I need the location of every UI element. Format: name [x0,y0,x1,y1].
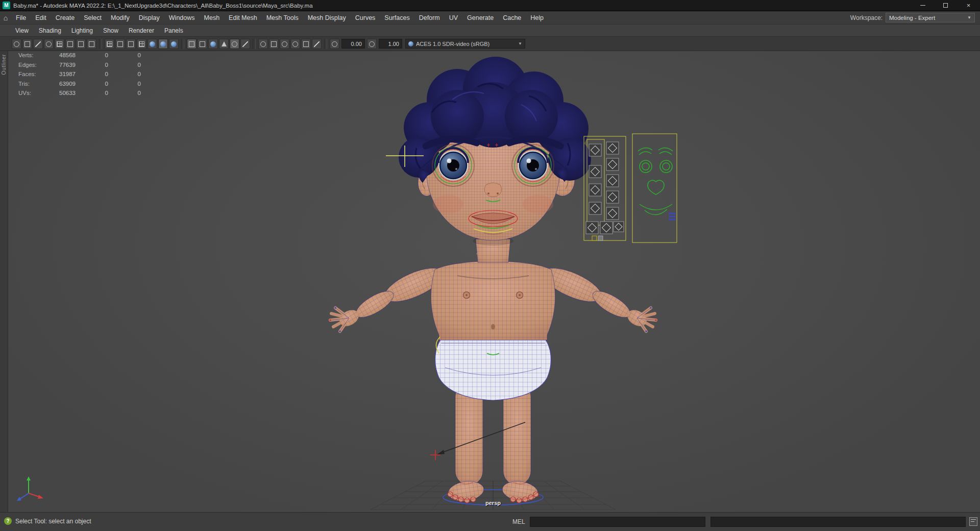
menu-modify[interactable]: Modify [106,11,134,25]
menu-create[interactable]: Create [51,11,80,25]
menu-file[interactable]: File [11,11,31,25]
title-bar: M Baby.ma* - Autodesk MAYA 2022.2: E:\_1… [0,0,980,11]
panel-menu-bar: View Shading Lighting Show Renderer Pane… [0,25,980,37]
axis-gizmo [17,476,43,501]
depth-of-field-icon[interactable] [280,39,289,49]
menu-mesh-display[interactable]: Mesh Display [303,11,351,25]
menu-uv[interactable]: UV [445,11,462,25]
2d-pan-zoom-icon[interactable] [44,39,54,49]
wireframe-icon[interactable] [137,39,146,49]
xray-icon[interactable] [198,39,207,49]
menu-cache[interactable]: Cache [498,11,526,25]
workspace-label: Workspace: [850,14,883,21]
debug-shading-icon[interactable] [312,39,322,49]
menu-mesh[interactable]: Mesh [200,11,225,25]
workspace-dropdown[interactable]: Modeling - Expert ▼ [886,13,975,22]
hud-label: Tris: [18,81,51,87]
outliner-tab[interactable]: Outliner [1,54,8,75]
toolbar-separator [181,39,184,49]
gamma-field[interactable] [379,39,402,49]
smooth-shade-icon[interactable] [148,39,157,49]
viewport-canvas[interactable]: .skin{fill:url(#skinG);} .mesh{fill:url(… [8,51,980,512]
color-management-icon [408,41,413,46]
menu-mesh-tools[interactable]: Mesh Tools [262,11,303,25]
lighting-icon[interactable] [208,39,218,49]
fog-icon[interactable] [269,39,279,49]
help-icon: ? [4,517,12,525]
toolbar-separator [253,39,256,49]
face-control-panel-shapes[interactable] [632,134,677,243]
maximize-button[interactable] [934,0,957,11]
panel-menu-renderer[interactable]: Renderer [124,25,159,37]
exposure-field[interactable] [341,39,365,49]
grid-icon[interactable] [55,39,64,49]
film-gate-icon[interactable] [65,39,75,49]
image-plane-icon[interactable] [33,39,43,49]
toolbar-separator [324,39,327,49]
panel-menu-lighting[interactable]: Lighting [66,25,98,37]
menu-edit-mesh[interactable]: Edit Mesh [224,11,262,25]
belly-button [491,324,495,330]
chevron-down-icon: ▼ [518,41,522,46]
motion-blur-icon[interactable] [240,39,250,49]
wireframe-on-shaded-icon[interactable] [187,39,197,49]
baby-model[interactable] [329,57,657,505]
workspace-value: Modeling - Expert [889,15,967,21]
window-title: Baby.ma* - Autodesk MAYA 2022.2: E:\_1_N… [13,3,911,9]
hud-label: Edges: [18,62,51,68]
camera-attributes-icon[interactable] [12,39,21,49]
safe-action-icon[interactable] [115,39,125,49]
resolution-gate-icon[interactable] [76,39,86,49]
colorspace-value: ACES 1.0 SDR-video (sRGB) [416,41,518,47]
occlusion-icon[interactable] [230,39,239,49]
menu-curves[interactable]: Curves [351,11,380,25]
hud-label: UVs: [18,90,51,96]
menu-deform[interactable]: Deform [414,11,445,25]
chevron-down-icon: ▼ [967,15,971,20]
panel-menu-shading[interactable]: Shading [34,25,66,37]
menu-surfaces[interactable]: Surfaces [380,11,414,25]
script-editor-icon[interactable] [969,517,977,526]
safe-title-icon[interactable] [126,39,136,49]
command-output-field[interactable] [710,517,966,527]
face-control-panel-switches[interactable] [584,136,626,240]
close-button[interactable]: × [957,0,980,11]
menu-generate[interactable]: Generate [462,11,498,25]
main-menu-bar: ⌂ File Edit Create Select Modify Display… [0,11,980,25]
panel-menu-panels[interactable]: Panels [159,25,188,37]
menu-select[interactable]: Select [79,11,106,25]
panel-toolbar: ACES 1.0 SDR-video (sRGB) ▼ [0,37,980,51]
minimize-button[interactable] [911,0,934,11]
exposure-toggle-icon[interactable] [330,39,339,49]
maya-app-icon: M [3,2,10,9]
gate-mask-icon[interactable] [87,39,96,49]
panel-menu-view[interactable]: View [10,25,34,37]
menu-edit[interactable]: Edit [31,11,51,25]
hud-label: Faces: [18,71,51,77]
use-default-material-icon[interactable] [169,39,179,49]
anti-alias-icon[interactable] [290,39,300,49]
colorspace-dropdown[interactable]: ACES 1.0 SDR-video (sRGB) ▼ [405,39,525,49]
help-line-text: Select Tool: select an object [15,518,91,525]
panel-menu-show[interactable]: Show [98,25,124,37]
home-icon[interactable]: ⌂ [0,14,11,22]
shadows-icon[interactable] [219,39,229,49]
viewport-renderer-icon[interactable] [301,39,311,49]
right-eye [512,144,554,186]
mel-toggle[interactable]: MEL [512,518,525,525]
hud-label: Verts: [18,52,51,58]
field-chart-icon[interactable] [105,39,114,49]
toolbar-separator [99,39,102,49]
mel-command-input[interactable] [530,517,705,527]
bookmark-icon[interactable] [22,39,32,49]
poly-count-hud: Verts: 4856800 Edges: 7763900 Faces: 319… [18,52,141,96]
menu-display[interactable]: Display [134,11,164,25]
left-eye [432,144,474,186]
menu-help[interactable]: Help [526,11,548,25]
perspective-viewport[interactable]: Outliner [0,51,980,512]
gamma-toggle-icon[interactable] [367,39,377,49]
camera-label: persp [477,500,509,506]
menu-windows[interactable]: Windows [164,11,200,25]
textured-icon[interactable] [158,39,168,49]
isolate-select-icon[interactable] [258,39,268,49]
